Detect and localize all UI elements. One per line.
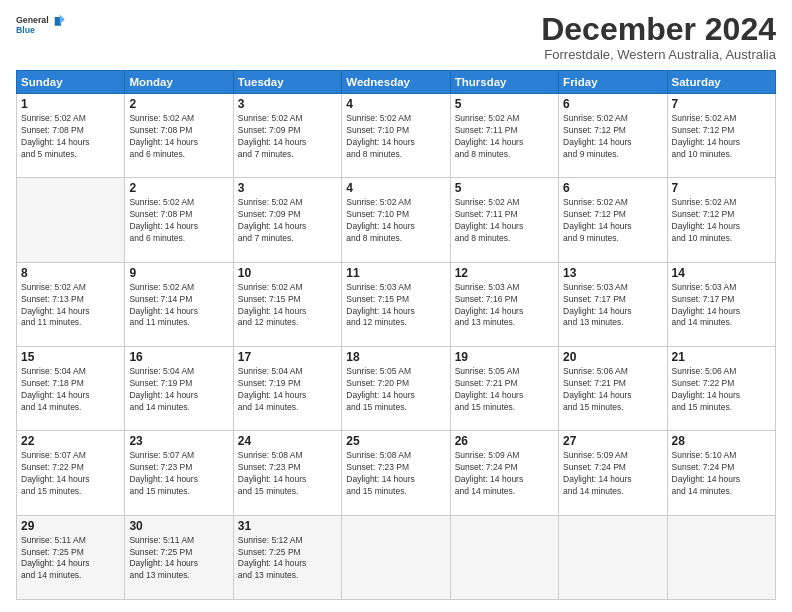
day-number: 4: [346, 97, 445, 111]
calendar-cell: [450, 515, 558, 599]
day-info: Sunrise: 5:02 AM Sunset: 7:08 PM Dayligh…: [129, 197, 228, 245]
day-info: Sunrise: 5:04 AM Sunset: 7:19 PM Dayligh…: [129, 366, 228, 414]
day-info: Sunrise: 5:02 AM Sunset: 7:11 PM Dayligh…: [455, 113, 554, 161]
day-info: Sunrise: 5:04 AM Sunset: 7:19 PM Dayligh…: [238, 366, 337, 414]
day-info: Sunrise: 5:08 AM Sunset: 7:23 PM Dayligh…: [238, 450, 337, 498]
calendar-cell: 7Sunrise: 5:02 AM Sunset: 7:12 PM Daylig…: [667, 94, 775, 178]
day-info: Sunrise: 5:09 AM Sunset: 7:24 PM Dayligh…: [563, 450, 662, 498]
calendar-cell: 24Sunrise: 5:08 AM Sunset: 7:23 PM Dayli…: [233, 431, 341, 515]
day-number: 13: [563, 266, 662, 280]
month-title: December 2024: [541, 12, 776, 47]
calendar-cell: 14Sunrise: 5:03 AM Sunset: 7:17 PM Dayli…: [667, 262, 775, 346]
day-number: 5: [455, 181, 554, 195]
logo: General Blue: [16, 12, 66, 37]
calendar-cell: 8Sunrise: 5:02 AM Sunset: 7:13 PM Daylig…: [17, 262, 125, 346]
calendar-cell: 9Sunrise: 5:02 AM Sunset: 7:14 PM Daylig…: [125, 262, 233, 346]
calendar-cell: 30Sunrise: 5:11 AM Sunset: 7:25 PM Dayli…: [125, 515, 233, 599]
calendar-cell: 19Sunrise: 5:05 AM Sunset: 7:21 PM Dayli…: [450, 347, 558, 431]
day-number: 7: [672, 97, 771, 111]
day-info: Sunrise: 5:02 AM Sunset: 7:10 PM Dayligh…: [346, 197, 445, 245]
day-info: Sunrise: 5:02 AM Sunset: 7:12 PM Dayligh…: [563, 197, 662, 245]
day-info: Sunrise: 5:06 AM Sunset: 7:21 PM Dayligh…: [563, 366, 662, 414]
calendar-cell: 6Sunrise: 5:02 AM Sunset: 7:12 PM Daylig…: [559, 178, 667, 262]
day-number: 26: [455, 434, 554, 448]
calendar-header-row: Sunday Monday Tuesday Wednesday Thursday…: [17, 71, 776, 94]
day-number: 16: [129, 350, 228, 364]
table-row: 2Sunrise: 5:02 AM Sunset: 7:08 PM Daylig…: [17, 178, 776, 262]
col-monday: Monday: [125, 71, 233, 94]
day-number: 29: [21, 519, 120, 533]
day-info: Sunrise: 5:12 AM Sunset: 7:25 PM Dayligh…: [238, 535, 337, 583]
calendar-cell: 17Sunrise: 5:04 AM Sunset: 7:19 PM Dayli…: [233, 347, 341, 431]
day-number: 24: [238, 434, 337, 448]
calendar-cell: [342, 515, 450, 599]
day-number: 22: [21, 434, 120, 448]
day-info: Sunrise: 5:02 AM Sunset: 7:13 PM Dayligh…: [21, 282, 120, 330]
day-number: 5: [455, 97, 554, 111]
day-info: Sunrise: 5:02 AM Sunset: 7:10 PM Dayligh…: [346, 113, 445, 161]
day-number: 18: [346, 350, 445, 364]
calendar-cell: 12Sunrise: 5:03 AM Sunset: 7:16 PM Dayli…: [450, 262, 558, 346]
calendar-cell: 16Sunrise: 5:04 AM Sunset: 7:19 PM Dayli…: [125, 347, 233, 431]
calendar-cell: 4Sunrise: 5:02 AM Sunset: 7:10 PM Daylig…: [342, 94, 450, 178]
calendar-cell: 7Sunrise: 5:02 AM Sunset: 7:12 PM Daylig…: [667, 178, 775, 262]
calendar-cell: 10Sunrise: 5:02 AM Sunset: 7:15 PM Dayli…: [233, 262, 341, 346]
day-number: 12: [455, 266, 554, 280]
day-number: 14: [672, 266, 771, 280]
day-number: 6: [563, 181, 662, 195]
calendar-cell: 1Sunrise: 5:02 AM Sunset: 7:08 PM Daylig…: [17, 94, 125, 178]
col-wednesday: Wednesday: [342, 71, 450, 94]
day-info: Sunrise: 5:05 AM Sunset: 7:20 PM Dayligh…: [346, 366, 445, 414]
calendar-cell: 22Sunrise: 5:07 AM Sunset: 7:22 PM Dayli…: [17, 431, 125, 515]
day-info: Sunrise: 5:05 AM Sunset: 7:21 PM Dayligh…: [455, 366, 554, 414]
day-info: Sunrise: 5:02 AM Sunset: 7:08 PM Dayligh…: [21, 113, 120, 161]
svg-text:Blue: Blue: [16, 25, 35, 35]
day-number: 2: [129, 181, 228, 195]
day-number: 7: [672, 181, 771, 195]
day-number: 9: [129, 266, 228, 280]
table-row: 1Sunrise: 5:02 AM Sunset: 7:08 PM Daylig…: [17, 94, 776, 178]
calendar-cell: 2Sunrise: 5:02 AM Sunset: 7:08 PM Daylig…: [125, 178, 233, 262]
day-info: Sunrise: 5:03 AM Sunset: 7:17 PM Dayligh…: [672, 282, 771, 330]
day-number: 23: [129, 434, 228, 448]
day-number: 10: [238, 266, 337, 280]
day-info: Sunrise: 5:09 AM Sunset: 7:24 PM Dayligh…: [455, 450, 554, 498]
calendar-cell: 5Sunrise: 5:02 AM Sunset: 7:11 PM Daylig…: [450, 94, 558, 178]
day-info: Sunrise: 5:02 AM Sunset: 7:11 PM Dayligh…: [455, 197, 554, 245]
day-info: Sunrise: 5:02 AM Sunset: 7:08 PM Dayligh…: [129, 113, 228, 161]
calendar-cell: 15Sunrise: 5:04 AM Sunset: 7:18 PM Dayli…: [17, 347, 125, 431]
calendar-cell: 3Sunrise: 5:02 AM Sunset: 7:09 PM Daylig…: [233, 94, 341, 178]
day-info: Sunrise: 5:11 AM Sunset: 7:25 PM Dayligh…: [21, 535, 120, 583]
calendar-cell: 21Sunrise: 5:06 AM Sunset: 7:22 PM Dayli…: [667, 347, 775, 431]
col-thursday: Thursday: [450, 71, 558, 94]
day-info: Sunrise: 5:10 AM Sunset: 7:24 PM Dayligh…: [672, 450, 771, 498]
day-info: Sunrise: 5:03 AM Sunset: 7:16 PM Dayligh…: [455, 282, 554, 330]
day-number: 27: [563, 434, 662, 448]
day-number: 15: [21, 350, 120, 364]
day-info: Sunrise: 5:02 AM Sunset: 7:09 PM Dayligh…: [238, 113, 337, 161]
calendar-cell: 2Sunrise: 5:02 AM Sunset: 7:08 PM Daylig…: [125, 94, 233, 178]
calendar-cell: 4Sunrise: 5:02 AM Sunset: 7:10 PM Daylig…: [342, 178, 450, 262]
calendar-cell: 13Sunrise: 5:03 AM Sunset: 7:17 PM Dayli…: [559, 262, 667, 346]
day-info: Sunrise: 5:02 AM Sunset: 7:12 PM Dayligh…: [672, 197, 771, 245]
location: Forrestdale, Western Australia, Australi…: [541, 47, 776, 62]
table-row: 22Sunrise: 5:07 AM Sunset: 7:22 PM Dayli…: [17, 431, 776, 515]
calendar-cell: 27Sunrise: 5:09 AM Sunset: 7:24 PM Dayli…: [559, 431, 667, 515]
page: General Blue December 2024 Forrestdale, …: [0, 0, 792, 612]
day-info: Sunrise: 5:11 AM Sunset: 7:25 PM Dayligh…: [129, 535, 228, 583]
table-row: 29Sunrise: 5:11 AM Sunset: 7:25 PM Dayli…: [17, 515, 776, 599]
col-sunday: Sunday: [17, 71, 125, 94]
day-number: 21: [672, 350, 771, 364]
calendar-cell: 11Sunrise: 5:03 AM Sunset: 7:15 PM Dayli…: [342, 262, 450, 346]
col-saturday: Saturday: [667, 71, 775, 94]
calendar-table: Sunday Monday Tuesday Wednesday Thursday…: [16, 70, 776, 600]
col-tuesday: Tuesday: [233, 71, 341, 94]
calendar-cell: 31Sunrise: 5:12 AM Sunset: 7:25 PM Dayli…: [233, 515, 341, 599]
calendar-cell: 6Sunrise: 5:02 AM Sunset: 7:12 PM Daylig…: [559, 94, 667, 178]
day-number: 3: [238, 97, 337, 111]
day-number: 11: [346, 266, 445, 280]
day-number: 25: [346, 434, 445, 448]
day-number: 30: [129, 519, 228, 533]
table-row: 8Sunrise: 5:02 AM Sunset: 7:13 PM Daylig…: [17, 262, 776, 346]
day-info: Sunrise: 5:02 AM Sunset: 7:14 PM Dayligh…: [129, 282, 228, 330]
